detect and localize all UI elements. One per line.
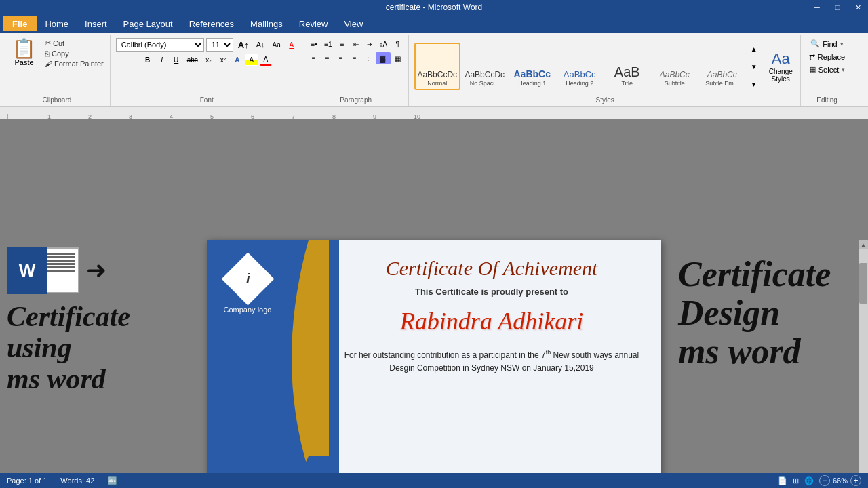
window-title: certificate - Microsoft Word [386,3,482,12]
copy-button[interactable]: ⎘ Copy [43,49,106,58]
main-area: W ➜ Certificate using ms word Certificat… [0,119,868,473]
style-subtle-em[interactable]: AaBbCc Subtle Em... [699,43,745,90]
select-icon: ▦ [809,65,816,74]
menu-view[interactable]: View [336,16,371,31]
word-logo-area: W ➜ [7,247,106,294]
sort-button[interactable]: ↕A [377,38,391,50]
word-doc-icon [42,247,79,293]
border-button[interactable]: ▦ [392,52,404,64]
superscript-button[interactable]: x² [217,54,229,66]
ruler: | 1 2 3 4 5 6 7 8 9 10 [0,107,868,119]
style-normal[interactable]: AaBbCcDc Normal [414,43,460,90]
scroll-thumb[interactable] [859,263,867,304]
cert-right-content: Certificate Of Achivement This Certifica… [309,240,661,473]
change-styles-icon: Aa [772,50,790,68]
font-case-button[interactable]: Aa [269,39,283,51]
paragraph-label: Paragraph [340,96,372,104]
align-right-button[interactable]: ≡ [335,52,347,64]
text-effect-button[interactable]: A [231,54,243,66]
file-tab[interactable]: File [3,16,37,31]
shading-button[interactable]: ▓ [376,52,391,64]
view-print-icon[interactable]: 📄 [778,476,787,485]
maximize-button[interactable]: □ [827,0,848,15]
font-name-select[interactable]: Calibri (Body) [116,38,204,52]
subscript-button[interactable]: x₂ [203,54,215,66]
close-button[interactable]: ✕ [848,0,868,15]
status-right: 📄 ⊞ 🌐 − 66% + [778,475,861,486]
underline-button[interactable]: U [170,54,182,66]
find-button[interactable]: 🔍 Find ▾ [808,38,846,49]
style-no-spacing[interactable]: AaBbCcDc No Spaci... [462,43,508,90]
style-title[interactable]: AaB Title [604,43,650,90]
font-shrink-button[interactable]: A↓ [254,39,268,51]
justify-button[interactable]: ≡ [349,52,361,64]
styles-more[interactable]: ▾ [748,78,760,90]
menu-references[interactable]: References [181,16,242,31]
font-grow-button[interactable]: A↑ [235,39,252,51]
style-normal-label: Normal [427,80,447,87]
font-content: Calibri (Body) 11 A↑ A↓ Aa A B I U abc x… [116,35,298,95]
show-formatting-button[interactable]: ¶ [391,38,403,50]
language-icon: 🔤 [108,476,117,485]
zoom-in-button[interactable]: + [850,475,861,486]
decrease-indent-button[interactable]: ⇤ [350,38,362,50]
cut-icon: ✂ [45,39,51,47]
find-arrow: ▾ [840,41,844,47]
cert-gold-curve-svg [268,240,329,456]
numbering-button[interactable]: ≡1 [321,38,334,50]
replace-button[interactable]: ⇄ Replace [806,51,848,62]
menu-page-layout[interactable]: Page Layout [115,16,181,31]
italic-button[interactable]: I [156,54,168,66]
certificate-container: i Company logo Certificate Of Achi [207,240,661,473]
right-overlay: Certificate Design ms word [678,255,861,371]
cert-recipient-name: Rabindra Adhikari [400,307,583,336]
align-center-button[interactable]: ≡ [321,52,334,64]
minimize-button[interactable]: ─ [807,0,827,15]
font-color-button[interactable]: A [260,54,272,66]
bullets-button[interactable]: ≡• [308,38,320,50]
select-button[interactable]: ▦ Select ▾ [806,64,848,75]
style-subtitle-preview: AaBbCc [660,70,690,79]
clear-format-button[interactable]: A [285,39,298,51]
increase-indent-button[interactable]: ⇥ [363,38,376,50]
page-info: Page: 1 of 1 [7,476,47,485]
paste-button[interactable]: 📋 Paste [8,38,40,95]
para-row-1: ≡• ≡1 ≡ ⇤ ⇥ ↕A ¶ [308,38,403,50]
zoom-level: 66% [833,476,848,485]
zoom-out-button[interactable]: − [819,475,830,486]
scroll-up-button[interactable]: ▲ [859,240,868,249]
document-area[interactable]: i Company logo Certificate Of Achi [207,240,661,473]
vertical-scrollbar[interactable]: ▲ ▼ [859,240,868,473]
right-title: Certificate Design ms word [678,255,861,371]
view-fullscreen-icon[interactable]: ⊞ [793,476,799,485]
strikethrough-button[interactable]: abc [184,54,201,66]
status-bar: Page: 1 of 1 Words: 42 🔤 📄 ⊞ 🌐 − 66% + [0,473,868,488]
left-title: Certificate using ms word [7,301,130,395]
font-size-select[interactable]: 11 [206,38,233,52]
multilevel-button[interactable]: ≡ [336,38,349,50]
change-styles-button[interactable]: Aa ChangeStyles [766,47,796,86]
clipboard-label: Clipboard [42,96,71,104]
menu-home[interactable]: Home [37,16,77,31]
bold-button[interactable]: B [142,54,154,66]
format-painter-button[interactable]: 🖌 Format Painter [43,59,106,68]
menu-review[interactable]: Review [291,16,336,31]
menu-mailings[interactable]: Mailings [242,16,291,31]
left-overlay: W ➜ Certificate using ms word [7,240,200,473]
line-spacing-button[interactable]: ↕ [362,52,374,64]
style-heading2[interactable]: AaBbCc Heading 2 [557,43,603,90]
menu-insert[interactable]: Insert [77,16,115,31]
styles-scroll-up[interactable]: ▲ [748,43,760,55]
cert-subtitle: This Certificate is proudly present to [415,287,568,297]
font-label: Font [200,96,214,104]
style-heading1[interactable]: AaBbCc Heading 1 [509,43,555,90]
align-left-button[interactable]: ≡ [308,52,320,64]
style-subtitle[interactable]: AaBbCc Subtitle [652,43,698,90]
styles-scroll-down[interactable]: ▼ [748,60,760,73]
highlight-button[interactable]: A [245,54,258,66]
cut-button[interactable]: ✂ Cut [43,38,106,48]
ribbon-clipboard-group: 📋 Paste ✂ Cut ⎘ Copy 🖌 Format Painter [4,35,111,106]
view-web-icon[interactable]: 🌐 [804,476,814,485]
cert-blue-bottom-svg [268,456,329,474]
cert-left-panel: i Company logo [207,240,309,473]
